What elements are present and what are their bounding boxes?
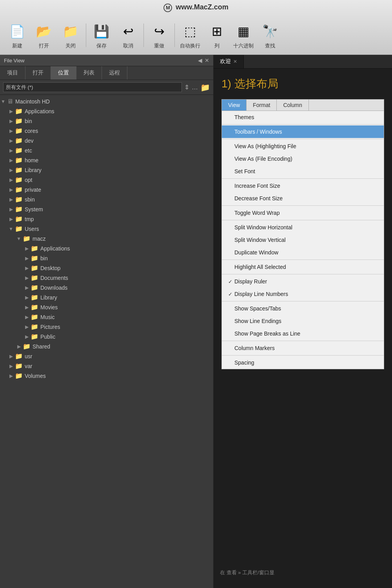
menu-separator [222,178,384,179]
menu-tab-view[interactable]: View [222,100,247,111]
filter-folder-icon[interactable]: 📁 [200,83,210,92]
menu-item-spacing[interactable]: Spacing [222,356,384,369]
file-tab-项目[interactable]: 项目 [0,66,25,80]
menu-item-show-spaces/tabs[interactable]: Show Spaces/Tabs [222,302,384,315]
tree-item[interactable]: ▶ 📁 Library [0,292,213,302]
toolbar-btn-list[interactable]: ⊞ 列 [207,21,227,49]
tree-item[interactable]: ▶ 📁 dev [0,136,213,145]
panel-close-btn[interactable]: ✕ [205,57,209,64]
menu-item-duplicate-window[interactable]: Duplicate Window [222,246,384,259]
tree-item[interactable]: ▶ 📁 Applications [0,106,213,116]
close-label: 关闭 [65,42,76,49]
tree-item[interactable]: ▼ 🖥 Macintosh HD [0,97,213,106]
tree-item[interactable]: ▶ 📁 Desktop [0,263,213,273]
menu-item-increase-font-size[interactable]: Increase Font Size [222,180,384,192]
tree-item[interactable]: ▶ 📁 Applications [0,243,213,253]
tree-item[interactable]: ▶ 📁 Public [0,332,213,341]
open-icon: 📂 [34,21,54,42]
tree-item[interactable]: ▶ 📁 home [0,155,213,165]
tree-item[interactable]: ▶ 📁 cores [0,126,213,136]
tree-expand-arrow: ▶ [24,246,30,251]
file-tab-位置[interactable]: 位置 [51,66,76,80]
tree-item[interactable]: ▶ 📁 sbin [0,194,213,204]
menu-item-decrease-font-size[interactable]: Decrease Font Size [222,192,384,205]
tree-item[interactable]: ▶ 📁 Shared [0,341,213,351]
tree-item[interactable]: ▶ 📁 Documents [0,273,213,283]
tree-item[interactable]: ▶ 📁 System [0,204,213,214]
menu-item-set-font[interactable]: Set Font [222,165,384,178]
menu-item-view-as-(highlighting-file[interactable]: View As (Highlighting File [222,140,384,152]
filter-options-icon[interactable]: … [192,84,198,91]
tree-item[interactable]: ▶ 📁 Pictures [0,322,213,332]
filter-select[interactable]: 所有文件 (*) [3,82,182,92]
toolbar-btn-new[interactable]: 📄 新建 [7,21,27,49]
tree-item[interactable]: ▶ 📁 bin [0,116,213,126]
toolbar-btn-open[interactable]: 📂 打开 [34,21,54,49]
tree-expand-arrow: ▶ [24,265,30,271]
tree-expand-arrow: ▶ [8,363,14,369]
tree-item[interactable]: ▶ 📁 Music [0,312,213,322]
folder-icon: 📁 [15,147,23,154]
editor-tab-close[interactable]: ✕ [233,59,237,64]
filter-arrows-icon[interactable]: ⇕ [184,83,189,91]
tree-item[interactable]: ▶ 📁 private [0,185,213,194]
tree-expand-arrow: ▶ [8,158,14,163]
tree-item[interactable]: ▶ 📁 bin [0,253,213,263]
menu-item-label: Split Window Horizontal [234,224,292,230]
file-tab-打开[interactable]: 打开 [25,66,51,80]
toolbar-btn-redo[interactable]: ↪ 重做 [149,21,169,49]
menu-item-display-line-numbers[interactable]: ✓ Display Line Numbers [222,288,384,300]
tree-item[interactable]: ▶ 📁 tmp [0,214,213,224]
menu-item-highlight-all-selected[interactable]: Highlight All Selected [222,261,384,273]
close-icon: 📁 [60,21,81,42]
toolbar-btn-find[interactable]: 🔭 查找 [260,21,280,49]
menu-item-display-ruler[interactable]: ✓ Display Ruler [222,275,384,288]
menu-item-split-window-horizontal[interactable]: Split Window Horizontal [222,221,384,234]
tree-item[interactable]: ▶ 📁 Volumes [0,371,213,381]
menu-item-themes[interactable]: Themes [222,111,384,123]
tree-item[interactable]: ▶ 📁 Movies [0,302,213,312]
tree-label: sbin [25,196,35,203]
tree-item[interactable]: ▶ 📁 etc [0,145,213,155]
panel-collapse-btn[interactable]: ◀ [198,57,202,64]
editor-tab-欢迎[interactable]: 欢迎 ✕ [214,55,244,68]
tree-label: bin [40,255,48,261]
toolbar-btn-close[interactable]: 📁 关闭 [60,21,81,49]
tree-expand-arrow: ▶ [24,295,30,300]
folder-icon: 📁 [31,274,38,281]
folder-icon: 📁 [15,205,23,213]
file-tab-列表[interactable]: 列表 [76,66,102,80]
tree-item[interactable]: ▶ 📁 Downloads [0,283,213,292]
menu-item-toggle-word-wrap[interactable]: Toggle Word Wrap [222,207,384,219]
toolbar-btn-autowrap[interactable]: ⬚ 自动换行 [180,21,200,49]
toolbar-btn-save[interactable]: 💾 保存 [91,21,112,49]
menu-item-column-markers[interactable]: Column Markers [222,342,384,354]
tree-label: Desktop [40,265,60,271]
folder-icon: 📁 [23,343,31,350]
tree-label: opt [25,177,32,183]
tree-item[interactable]: ▶ 📁 Library [0,165,213,175]
tree-label: Documents [40,275,68,281]
folder-icon: 📁 [31,313,38,321]
menu-tab-column[interactable]: Column [277,100,309,111]
tree-label: bin [25,118,32,124]
file-tab-远程[interactable]: 远程 [102,66,127,80]
tree-item[interactable]: ▶ 📁 usr [0,351,213,361]
menu-separator [222,301,384,301]
tree-item[interactable]: ▼ 📁 macz [0,234,213,243]
redo-label: 重做 [154,42,164,49]
tree-item[interactable]: ▶ 📁 var [0,361,213,371]
toolbar-btn-hex[interactable]: ▦ 十六进制 [233,21,254,49]
menu-item-toolbars-/-windows[interactable]: Toolbars / Windows [222,125,384,138]
toolbar-btn-undo[interactable]: ↩ 取消 [118,21,138,49]
menu-item-view-as-(file-encoding)[interactable]: View As (File Encoding) [222,152,384,165]
menu-item-show-line-endings[interactable]: Show Line Endings [222,315,384,327]
tree-item[interactable]: ▼ 📁 Users [0,224,213,234]
menu-tab-format[interactable]: Format [247,100,277,111]
editor-tabs: 欢迎 ✕ [214,55,392,69]
tree-label: Movies [40,304,58,310]
menu-item-label: Split Window Vertical [234,237,286,243]
tree-item[interactable]: ▶ 📁 opt [0,175,213,185]
menu-item-split-window-vertical[interactable]: Split Window Vertical [222,234,384,246]
menu-item-show-page-breaks-as-line[interactable]: Show Page Breaks as Line [222,327,384,340]
